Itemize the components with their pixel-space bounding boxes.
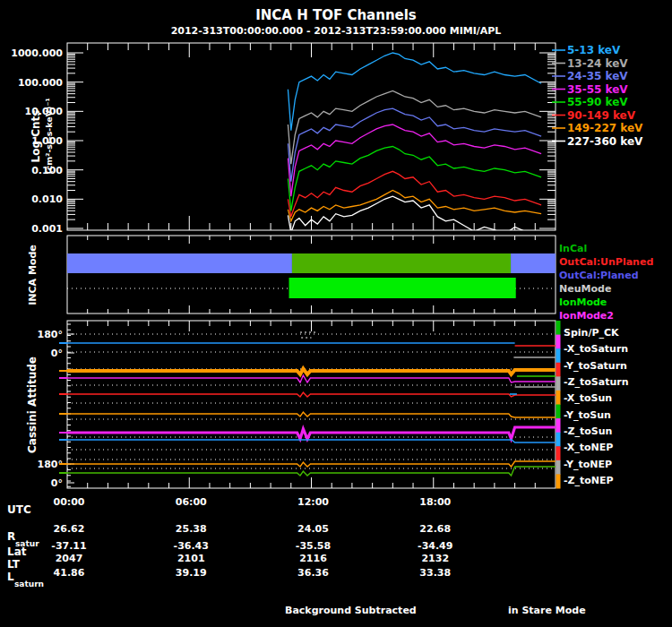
table-row-label-lat: Lat bbox=[7, 545, 26, 558]
table-row-label-l: L bbox=[7, 571, 14, 583]
stare-mode-note: in Stare Mode bbox=[508, 605, 586, 616]
table-cell: -37.11 bbox=[40, 540, 98, 552]
table-cell: 33.38 bbox=[407, 567, 464, 579]
background-subtracted-note: Background Subtracted bbox=[285, 605, 417, 616]
table-row-sublabel-l: saturn bbox=[14, 580, 44, 588]
table-cell: 39.19 bbox=[162, 567, 220, 579]
utc-tick-label: 00:00 bbox=[48, 496, 90, 508]
utc-tick-label: 06:00 bbox=[170, 496, 211, 508]
inca-plot-window: { "title": "INCA H TOF Channels", "subti… bbox=[0, 0, 672, 627]
utc-tick-label: 18:00 bbox=[415, 496, 456, 508]
table-cell: 22.68 bbox=[407, 523, 464, 535]
table-cell: 2047 bbox=[40, 553, 98, 564]
table-cell: 41.86 bbox=[40, 567, 98, 579]
table-cell: -36.43 bbox=[162, 540, 220, 552]
table-cell: -35.58 bbox=[285, 540, 342, 552]
table-cell: 2132 bbox=[407, 553, 464, 564]
utc-tick-label: 12:00 bbox=[293, 496, 334, 508]
ephemeris-table: 00:0006:0012:0018:0026.6225.3824.0522.68… bbox=[0, 0, 672, 627]
table-cell: 2116 bbox=[285, 553, 342, 564]
table-row-label-r: R bbox=[7, 530, 15, 543]
table-cell: 26.62 bbox=[40, 523, 98, 535]
table-cell: 36.36 bbox=[285, 567, 342, 579]
table-cell: 2101 bbox=[162, 553, 220, 564]
table-cell: 25.38 bbox=[162, 523, 220, 535]
table-cell: -34.49 bbox=[407, 540, 464, 552]
table-row-label-lt: LT bbox=[7, 558, 20, 571]
table-cell: 24.05 bbox=[285, 523, 342, 535]
